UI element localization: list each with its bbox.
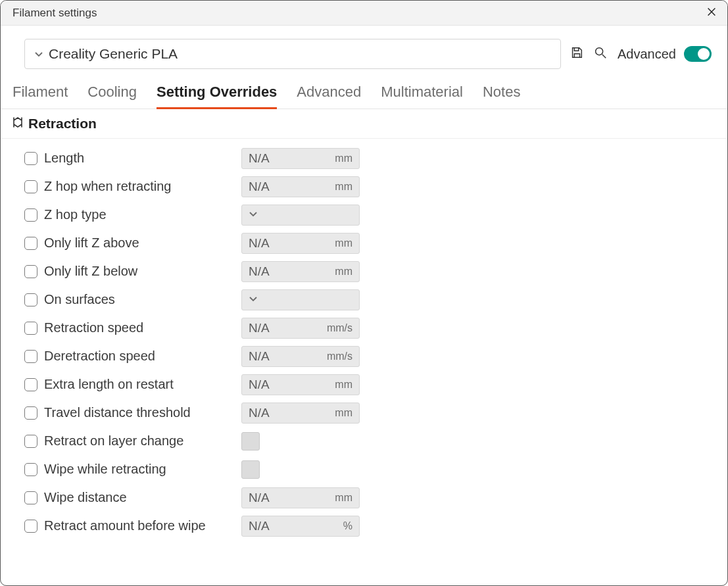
override-checkbox-lift-above[interactable] xyxy=(24,237,37,250)
input-unit: mm xyxy=(335,153,352,164)
input-lift-above[interactable]: N/Amm xyxy=(241,233,360,254)
input-length[interactable]: N/Amm xyxy=(241,148,360,169)
tab-cooling[interactable]: Cooling xyxy=(87,84,137,109)
setting-row-lift-above: Only lift Z aboveN/Amm xyxy=(24,229,727,257)
tab-notes[interactable]: Notes xyxy=(483,84,520,109)
setting-row-lift-below: Only lift Z belowN/Amm xyxy=(24,257,727,285)
input-value: N/A xyxy=(249,264,270,279)
bool-wipe-retract[interactable] xyxy=(241,460,260,479)
input-value: N/A xyxy=(249,519,270,533)
input-value: N/A xyxy=(249,236,270,251)
override-checkbox-travel-thresh[interactable] xyxy=(24,406,37,420)
setting-label: Extra length on restart xyxy=(44,377,174,392)
input-value: N/A xyxy=(249,378,270,392)
search-icon xyxy=(593,45,608,62)
label-cell: Retract amount before wipe xyxy=(24,518,241,533)
label-cell: Wipe while retracting xyxy=(24,462,241,477)
override-checkbox-deretract-speed[interactable] xyxy=(24,350,37,363)
setting-label: Wipe while retracting xyxy=(44,462,166,477)
override-checkbox-retract-layer[interactable] xyxy=(24,435,37,448)
override-checkbox-length[interactable] xyxy=(24,152,37,165)
input-travel-thresh[interactable]: N/Amm xyxy=(241,403,360,424)
label-cell: Deretraction speed xyxy=(24,349,241,364)
override-checkbox-lift-below[interactable] xyxy=(24,265,37,278)
toggle-knob xyxy=(698,48,710,60)
setting-label: Wipe distance xyxy=(44,490,127,505)
setting-row-on-surfaces: On surfaces xyxy=(24,285,727,314)
override-checkbox-extra-restart[interactable] xyxy=(24,378,37,391)
setting-row-wipe-retract: Wipe while retracting xyxy=(24,455,727,483)
input-wipe-dist[interactable]: N/Amm xyxy=(241,487,360,508)
collapse-icon xyxy=(12,116,23,131)
setting-row-travel-thresh: Travel distance thresholdN/Amm xyxy=(24,399,727,427)
preset-selector[interactable]: Creality Generic PLA xyxy=(24,39,561,69)
save-button[interactable] xyxy=(569,46,585,62)
setting-label: Deretraction speed xyxy=(44,349,155,364)
label-cell: Retract on layer change xyxy=(24,433,241,449)
svg-point-0 xyxy=(596,48,603,55)
preset-name: Creality Generic PLA xyxy=(49,46,178,62)
override-checkbox-wipe-retract[interactable] xyxy=(24,463,37,476)
close-button[interactable] xyxy=(705,7,718,20)
override-checkbox-wipe-dist[interactable] xyxy=(24,491,37,504)
label-cell: Only lift Z below xyxy=(24,264,241,279)
setting-row-extra-restart: Extra length on restartN/Amm xyxy=(24,370,727,399)
input-retract-before-wipe[interactable]: N/A% xyxy=(241,516,360,537)
section-title: Retraction xyxy=(28,116,97,132)
label-cell: Z hop when retracting xyxy=(24,179,241,194)
input-unit: mm/s xyxy=(327,351,352,362)
setting-label: Retract on layer change xyxy=(44,433,183,449)
input-retract-speed[interactable]: N/Amm/s xyxy=(241,318,360,339)
setting-row-length: LengthN/Amm xyxy=(24,144,727,172)
input-value: N/A xyxy=(249,406,270,420)
input-lift-below[interactable]: N/Amm xyxy=(241,261,360,282)
input-deretract-speed[interactable]: N/Amm/s xyxy=(241,346,360,367)
override-checkbox-zhop-retract[interactable] xyxy=(24,180,37,193)
select-zhop-type[interactable] xyxy=(241,205,360,226)
search-button[interactable] xyxy=(593,46,608,62)
setting-label: Only lift Z below xyxy=(44,264,137,279)
tab-advanced[interactable]: Advanced xyxy=(297,84,361,109)
setting-label: On surfaces xyxy=(44,292,115,307)
setting-row-zhop-retract: Z hop when retractingN/Amm xyxy=(24,172,727,201)
setting-label: Retract amount before wipe xyxy=(44,518,206,533)
select-on-surfaces[interactable] xyxy=(241,289,360,310)
label-cell: Length xyxy=(24,151,241,166)
tab-filament[interactable]: Filament xyxy=(12,84,68,109)
setting-label: Travel distance threshold xyxy=(44,405,191,420)
input-unit: mm xyxy=(335,237,352,249)
label-cell: On surfaces xyxy=(24,292,241,307)
override-checkbox-retract-speed[interactable] xyxy=(24,322,37,335)
tab-overrides[interactable]: Setting Overrides xyxy=(157,84,277,109)
tab-multimaterial[interactable]: Multimaterial xyxy=(381,84,463,109)
advanced-toggle[interactable] xyxy=(684,46,712,62)
label-cell: Z hop type xyxy=(24,207,241,222)
setting-row-wipe-dist: Wipe distanceN/Amm xyxy=(24,483,727,512)
close-icon xyxy=(706,6,717,20)
input-unit: mm xyxy=(335,181,352,193)
input-unit: mm xyxy=(335,407,352,419)
override-checkbox-zhop-type[interactable] xyxy=(24,208,37,222)
toolbar: Creality Generic PLA Advanced xyxy=(1,26,727,69)
input-unit: mm xyxy=(335,379,352,391)
label-cell: Only lift Z above xyxy=(24,235,241,251)
input-value: N/A xyxy=(249,321,270,335)
input-unit: % xyxy=(343,520,352,532)
chevron-down-icon xyxy=(249,294,258,306)
setting-row-retract-speed: Retraction speedN/Amm/s xyxy=(24,314,727,342)
input-extra-restart[interactable]: N/Amm xyxy=(241,374,360,395)
input-value: N/A xyxy=(249,349,270,364)
titlebar: Filament settings xyxy=(1,1,727,26)
tab-bar: FilamentCoolingSetting OverridesAdvanced… xyxy=(1,69,727,109)
chevron-down-icon xyxy=(249,209,258,221)
setting-label: Length xyxy=(44,151,84,166)
setting-row-zhop-type: Z hop type xyxy=(24,201,727,229)
setting-row-retract-layer: Retract on layer change xyxy=(24,427,727,455)
override-checkbox-retract-before-wipe[interactable] xyxy=(24,520,37,533)
section-header[interactable]: Retraction xyxy=(1,109,727,139)
input-zhop-retract[interactable]: N/Amm xyxy=(241,176,360,197)
override-checkbox-on-surfaces[interactable] xyxy=(24,293,37,306)
settings-rows: LengthN/AmmZ hop when retractingN/AmmZ h… xyxy=(1,139,727,540)
bool-retract-layer[interactable] xyxy=(241,432,260,451)
input-value: N/A xyxy=(249,491,270,505)
